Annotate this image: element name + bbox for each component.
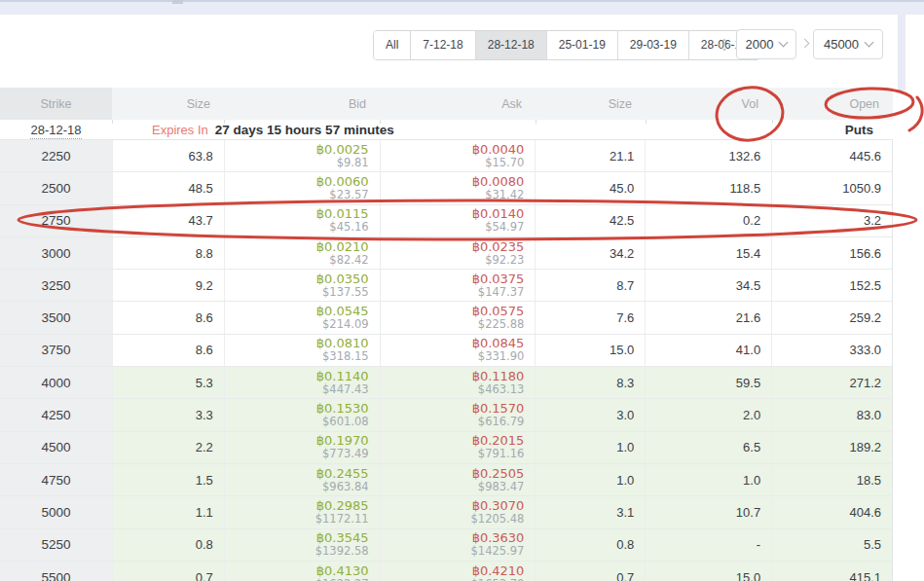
volume-cell: 41.0 <box>645 335 771 366</box>
column-header-strike: Strike <box>0 88 112 120</box>
ask-price-cell[interactable]: ฿0.2505$983.47 <box>380 464 536 495</box>
option-row-5000: 50001.1฿0.2985$1172.11฿0.3070$1205.483.1… <box>0 496 893 528</box>
tab-28-12-18[interactable]: 28-12-18 <box>475 31 546 59</box>
strike-cell[interactable]: 2750 <box>0 205 112 236</box>
strike-cell[interactable]: 3250 <box>0 270 112 301</box>
volume-cell: - <box>645 529 771 561</box>
bid-price-cell[interactable]: ฿0.2455$963.84 <box>224 464 380 495</box>
ask-price-cell[interactable]: ฿0.0375$147.37 <box>380 270 536 301</box>
open-header-hook <box>909 97 922 130</box>
tab-29-03-19[interactable]: 29-03-19 <box>617 31 688 59</box>
bid-price-cell[interactable]: ฿0.0810$318.15 <box>224 335 380 366</box>
bid-size-cell: 0.8 <box>112 529 224 561</box>
option-row-2750-circled: 275043.7฿0.0115$45.16฿0.0140$54.9742.50.… <box>0 205 893 237</box>
ask-price-cell[interactable]: ฿0.1570$616.79 <box>380 399 536 430</box>
bid-price-cell[interactable]: ฿0.0210$82.42 <box>224 237 380 269</box>
ask-price-cell[interactable]: ฿0.4210$1653.70 <box>380 562 536 581</box>
expiry-filter-tabs: All7-12-1828-12-1825-01-1929-03-1928-06-… <box>373 30 760 60</box>
ask-size-cell: 3.0 <box>535 399 645 430</box>
bid-price-cell[interactable]: ฿0.0545$214.09 <box>224 302 380 333</box>
ask-price-cell[interactable]: ฿0.1180$463.13 <box>380 367 536 398</box>
volume-cell: 34.5 <box>645 270 771 301</box>
column-header-vol: Vol <box>646 88 772 120</box>
bid-price-cell[interactable]: ฿0.0060$23.57 <box>224 172 380 203</box>
tab-7-12-18[interactable]: 7-12-18 <box>410 31 474 59</box>
open-interest-cell: 1050.9 <box>771 172 892 203</box>
browser-tab-notch <box>172 0 183 4</box>
strike-cell[interactable]: 4500 <box>0 432 112 463</box>
column-header-bid: Bid <box>224 88 380 120</box>
strike-cell[interactable]: 3000 <box>0 237 112 269</box>
ask-size-cell: 21.1 <box>535 140 645 171</box>
column-tick <box>224 120 225 124</box>
ask-price-cell[interactable]: ฿0.0575$225.88 <box>380 302 536 333</box>
chevron-down-icon <box>865 38 874 48</box>
column-header-size: Size <box>112 88 224 120</box>
option-row-2250: 225063.8฿0.0025$9.81฿0.0040$15.7021.1132… <box>0 140 893 172</box>
volume-cell: 10.7 <box>645 496 771 527</box>
puts-label: Puts <box>845 123 873 137</box>
ask-price-cell[interactable]: ฿0.0040$15.70 <box>380 140 536 171</box>
bid-size-cell: 48.5 <box>112 172 224 203</box>
bid-price-cell[interactable]: ฿0.1530$601.08 <box>224 399 380 430</box>
bid-size-cell: 43.7 <box>112 205 224 236</box>
range-to-dropdown[interactable]: 45000 <box>813 29 883 59</box>
bid-price-cell[interactable]: ฿0.1970$773.49 <box>224 432 380 463</box>
bid-price-cell[interactable]: ฿0.2985$1172.11 <box>224 496 380 527</box>
open-interest-cell: 83.0 <box>771 399 892 430</box>
move-icon[interactable] <box>718 38 731 52</box>
volume-cell: 59.5 <box>645 367 771 398</box>
open-interest-cell: 271.2 <box>771 367 892 398</box>
column-header-open: Open <box>772 88 893 120</box>
bid-price-cell[interactable]: ฿0.1140$447.43 <box>224 367 380 398</box>
bid-price-cell[interactable]: ฿0.0115$45.16 <box>224 205 380 236</box>
open-interest-cell: 152.5 <box>771 270 892 301</box>
tab-all[interactable]: All <box>374 31 410 59</box>
strike-cell[interactable]: 2500 <box>0 172 112 203</box>
strike-cell[interactable]: 3750 <box>0 335 112 366</box>
open-interest-cell: 189.2 <box>771 432 892 463</box>
column-tick <box>536 120 536 124</box>
column-header-ask: Ask <box>380 88 536 120</box>
ask-price-cell[interactable]: ฿0.2015$791.16 <box>380 432 536 463</box>
option-row-5250: 52500.8฿0.3545$1392.58฿0.3630$1425.970.8… <box>0 529 893 562</box>
range-from-dropdown[interactable]: 2000 <box>736 29 796 59</box>
option-row-4250: 42503.3฿0.1530$601.08฿0.1570$616.793.02.… <box>0 399 893 431</box>
strike-cell[interactable]: 4000 <box>0 367 112 398</box>
tab-25-01-19[interactable]: 25-01-19 <box>546 31 617 59</box>
volume-cell: 0.2 <box>645 205 771 236</box>
strike-cell[interactable]: 5500 <box>0 562 112 581</box>
bid-price-cell[interactable]: ฿0.0025$9.81 <box>224 140 380 171</box>
open-interest-cell: 333.0 <box>771 335 892 366</box>
bid-price-cell[interactable]: ฿0.0350$137.55 <box>224 270 380 301</box>
strike-cell[interactable]: 4750 <box>0 464 112 495</box>
strike-cell[interactable]: 5250 <box>0 529 112 561</box>
expiry-summary-row: 28-12-18 Expires In 27 days 15 hours 57 … <box>0 120 893 140</box>
ask-price-cell[interactable]: ฿0.0080$31.42 <box>380 172 536 203</box>
strike-cell[interactable]: 4250 <box>0 399 112 430</box>
volume-cell: 118.5 <box>645 172 771 203</box>
bid-price-cell[interactable]: ฿0.4130$1622.27 <box>224 562 380 581</box>
ask-price-cell[interactable]: ฿0.0140$54.97 <box>380 205 536 236</box>
ask-price-cell[interactable]: ฿0.3070$1205.48 <box>380 496 536 527</box>
range-from-value: 2000 <box>746 37 774 52</box>
expiry-date[interactable]: 28-12-18 <box>0 123 112 137</box>
open-interest-cell: 18.5 <box>771 464 892 495</box>
volume-cell: 1.0 <box>645 464 771 495</box>
column-tick <box>112 120 113 124</box>
strike-cell[interactable]: 3500 <box>0 302 112 333</box>
ask-price-cell[interactable]: ฿0.0845$331.90 <box>380 335 536 366</box>
ask-price-cell[interactable]: ฿0.0235$92.23 <box>380 237 536 269</box>
ask-size-cell: 1.0 <box>535 432 645 463</box>
ask-price-cell[interactable]: ฿0.3630$1425.97 <box>380 529 536 561</box>
bid-price-cell[interactable]: ฿0.3545$1392.58 <box>224 529 380 561</box>
bid-size-cell: 5.3 <box>112 367 224 398</box>
volume-cell: 132.6 <box>645 140 771 171</box>
strike-cell[interactable]: 5000 <box>0 496 112 527</box>
option-row-4750: 47501.5฿0.2455$963.84฿0.2505$983.471.01.… <box>0 464 893 496</box>
strike-cell[interactable]: 2250 <box>0 140 112 171</box>
expires-in-value: 27 days 15 hours 57 minutes <box>215 123 394 137</box>
option-row-4000: 40005.3฿0.1140$447.43฿0.1180$463.138.359… <box>0 367 893 399</box>
table-header-row: StrikeSizeBidAskSizeVolOpen <box>0 88 893 120</box>
ask-size-cell: 0.8 <box>535 529 645 561</box>
